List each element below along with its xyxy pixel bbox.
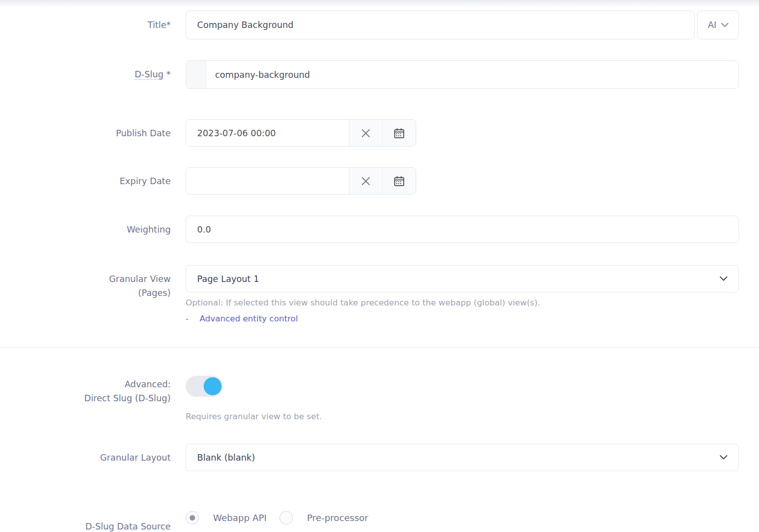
granular-view-label: Granular View (Pages): [0, 265, 186, 300]
dslug-input[interactable]: [206, 61, 739, 88]
expiry-date-row: Expiry Date: [0, 167, 759, 195]
calendar-icon: [393, 175, 405, 187]
direct-slug-toggle[interactable]: [186, 376, 223, 397]
dslug-required-mark: *: [166, 69, 171, 79]
publish-date-input[interactable]: [186, 120, 349, 146]
advanced-direct-slug-label-line2: Direct Slug (D-Slug): [0, 391, 171, 405]
publish-date-clear-button[interactable]: [349, 120, 382, 146]
publish-date-calendar-button[interactable]: [382, 120, 416, 146]
chevron-down-icon: [720, 276, 728, 281]
dslug-label: D-Slug *: [0, 60, 186, 81]
chevron-down-icon: [720, 455, 728, 460]
link-dash-prefix: -: [186, 314, 189, 323]
granular-view-label-line1: Granular View: [0, 272, 171, 286]
granular-layout-row: Granular Layout Blank (blank): [0, 444, 759, 471]
radio-dot: [190, 515, 195, 521]
dslug-data-source-label: D-Slug Data Source: [0, 509, 186, 532]
advanced-entity-control-link[interactable]: Advanced entity control: [200, 314, 298, 323]
granular-view-label-line2: (Pages): [0, 286, 171, 300]
granular-layout-select[interactable]: Blank (blank): [186, 444, 739, 471]
section-divider: [0, 347, 759, 348]
title-input[interactable]: [186, 10, 695, 39]
advanced-direct-slug-row: Advanced: Direct Slug (D-Slug) Requires …: [0, 376, 759, 421]
weighting-input[interactable]: [186, 216, 739, 243]
expiry-date-label: Expiry Date: [0, 167, 186, 188]
publish-date-row: Publish Date: [0, 119, 759, 147]
granular-view-row: Granular View (Pages) Page Layout 1 Opti…: [0, 265, 759, 323]
granular-view-selected-value: Page Layout 1: [197, 274, 259, 284]
clear-x-icon: [360, 176, 371, 187]
toggle-knob: [204, 377, 222, 395]
direct-slug-help-text: Requires granular view to be set.: [186, 412, 739, 421]
granular-view-help-text: Optional: If selected this view should t…: [186, 298, 739, 307]
pre-processor-radio-option[interactable]: Pre-processor: [279, 511, 368, 525]
granular-layout-selected-value: Blank (blank): [197, 453, 255, 463]
calendar-icon: [393, 127, 405, 139]
advanced-direct-slug-label-line1: Advanced:: [0, 377, 171, 391]
expiry-date-clear-button[interactable]: [349, 168, 382, 194]
dslug-row: D-Slug *: [0, 60, 759, 89]
entity-settings-form: Title* AI D-Slug *: [0, 0, 759, 532]
dslug-prefix-addon: [186, 61, 206, 88]
dslug-data-source-row: D-Slug Data Source Webapp API Pre-proces…: [0, 509, 759, 532]
publish-date-label: Publish Date: [0, 119, 186, 140]
radio-unselected-icon[interactable]: [279, 511, 293, 525]
dslug-label-text: D-Slug: [135, 69, 164, 80]
expiry-date-input[interactable]: [186, 168, 349, 194]
ai-dropdown-button[interactable]: AI: [697, 10, 739, 39]
clear-x-icon: [360, 128, 371, 139]
weighting-row: Weighting: [0, 216, 759, 243]
webapp-api-radio-option[interactable]: Webapp API: [186, 511, 266, 525]
dslug-data-source-radio-group: Webapp API Pre-processor: [186, 509, 739, 525]
granular-layout-label: Granular Layout: [0, 444, 186, 465]
radio-selected-icon[interactable]: [186, 511, 199, 525]
chevron-down-icon: [721, 22, 729, 27]
granular-view-select[interactable]: Page Layout 1: [186, 265, 739, 292]
title-label: Title*: [0, 10, 186, 32]
webapp-api-radio-label: Webapp API: [213, 513, 266, 523]
advanced-direct-slug-label: Advanced: Direct Slug (D-Slug): [0, 376, 186, 405]
expiry-date-calendar-button[interactable]: [382, 168, 416, 194]
pre-processor-radio-label: Pre-processor: [307, 513, 368, 523]
ai-button-label: AI: [708, 20, 716, 30]
title-row: Title* AI: [0, 10, 759, 39]
weighting-label: Weighting: [0, 216, 186, 237]
